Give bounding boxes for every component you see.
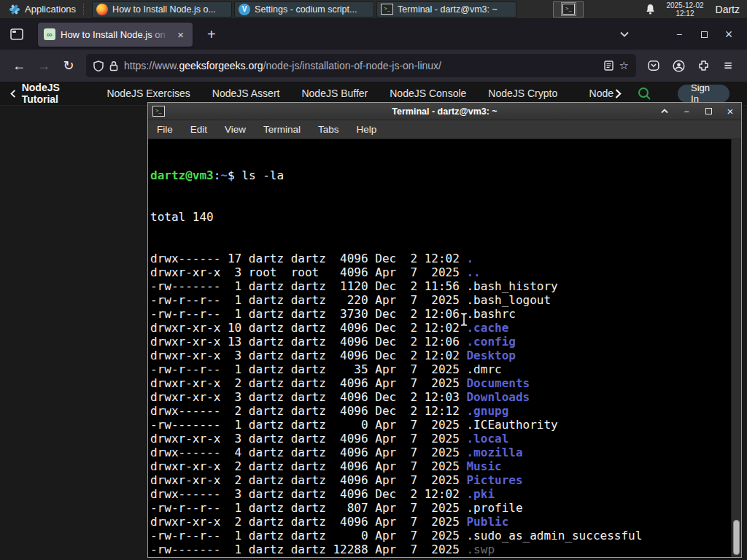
ls-row: drwx------ 4 dartz dartz 4096 Apr 7 2025… [150,446,732,459]
reader-view-icon[interactable] [604,61,614,71]
ls-file-name: .dmrc [466,362,501,376]
ls-row: drwx------ 17 dartz dartz 4096 Dec 2 12:… [150,252,732,265]
terminal-maximize-button[interactable] [703,106,713,117]
applications-menu-button[interactable]: Applications [4,1,80,18]
reload-button[interactable]: ↻ [57,54,80,77]
ls-row: drwxr-xr-x 13 dartz dartz 4096 Dec 2 12:… [150,335,732,349]
ls-row: -rw------- 1 dartz dartz 1120 Dec 2 11:5… [150,279,732,293]
user-menu[interactable]: Dartz [716,4,740,15]
site-nav-link[interactable]: NodeJS Exercises [107,88,190,99]
ls-dir-name: Templates [466,556,530,557]
prompt-line: dartz@vm3:~$ ls -la [150,168,732,182]
back-button[interactable]: ← [7,54,31,77]
ls-row: drwxr-xr-x 2 dartz dartz 4096 Apr 7 2025… [150,473,732,487]
terminal-minimize-button[interactable]: − [681,106,692,117]
desktop: Applications How to Install Node.js o...… [0,0,747,560]
ls-dir-name: Music [466,459,501,473]
account-icon[interactable] [667,54,690,77]
terminal-listing: drwx------ 17 dartz dartz 4096 Dec 2 12:… [150,252,732,557]
terminal-scrollbar[interactable] [731,139,741,557]
ls-dir-name: .mozilla [466,446,522,459]
terminal-scrollbar-thumb[interactable] [733,520,740,555]
url-bar[interactable]: https://www.geeksforgeeks.org/node-js/in… [86,54,636,77]
notification-bell-icon[interactable] [645,4,656,15]
menu-file[interactable]: File [157,124,173,135]
url-domain: geeksforgeeks.org [179,60,263,71]
lock-icon[interactable] [109,61,118,71]
ls-row: drwxr-xr-x 3 dartz dartz 4096 Dec 2 12:0… [150,349,732,362]
menu-hamburger-icon[interactable]: ≡ [716,54,740,77]
terminal-icon: >_ [562,4,575,15]
firefox-tab-bar: ∞ How to Install Node.js on × + − × [0,19,747,50]
applications-icon [9,4,20,15]
url-scheme: https://www. [124,60,179,71]
ls-row: -rw-r--r-- 1 dartz dartz 807 Apr 7 2025 … [150,501,732,515]
ls-dir-name: .pki [466,487,495,501]
new-tab-button[interactable]: + [201,26,222,43]
ls-dir-name: .. [466,265,480,279]
site-nav-link[interactable]: NodeJS Buffer [301,88,368,99]
forward-button[interactable]: → [32,54,55,77]
firefox-icon [96,4,108,15]
ls-row: drwxr-xr-x 3 dartz dartz 4096 Apr 7 2025… [150,432,732,446]
ls-file-name: .ICEauthority [466,418,557,432]
terminal-icon: >_ [381,4,393,15]
tab-bar-controls: − × [613,23,741,45]
ls-row: drwxr-xr-x 2 dartz dartz 4096 Apr 7 2025… [150,376,732,390]
url-text: https://www.geeksforgeeks.org/node-js/in… [124,60,598,71]
sign-in-button[interactable]: Sign In [678,85,729,103]
tab-close-icon[interactable]: × [174,28,187,42]
pocket-icon[interactable] [642,54,665,77]
taskbar-button-codium[interactable]: V Settings - codium script... [234,1,374,18]
ls-dir-name: .cache [466,321,508,335]
firefox-toolbar: ← → ↻ https://www.geeksforgeeks.org/node… [0,50,747,82]
site-search-icon[interactable] [638,87,651,101]
total-line: total 140 [150,210,732,224]
browser-maximize-button[interactable] [692,23,716,45]
ls-dir-name: .config [466,335,515,349]
bookmark-star-icon[interactable]: ☆ [619,59,629,72]
mouse-cursor-ibeam [460,313,468,326]
browser-minimize-button[interactable]: − [667,23,692,45]
ls-dir-name: .gnupg [466,404,508,418]
browser-tab-active[interactable]: ∞ How to Install Node.js on × [38,23,193,47]
firefox-view-button[interactable] [6,23,28,45]
ls-file-name: .bashrc [466,307,515,321]
site-nav-primary[interactable]: NodeJS Tutorial [10,82,88,105]
menu-edit[interactable]: Edit [190,124,207,135]
site-nav-link[interactable]: NodeJS Assert [212,88,280,99]
ls-row: -rw------- 1 dartz dartz 0 Apr 7 2025 .I… [150,418,732,432]
ls-file-name: .sudo_as_admin_successful [466,529,642,542]
ls-file-name: .bash_logout [466,293,551,307]
ls-row: drwx------ 3 dartz dartz 4096 Dec 2 12:0… [150,487,732,501]
site-nav-link[interactable]: NodeJS Console [390,88,466,99]
shield-icon[interactable] [93,61,104,71]
taskbar-label: Terminal - dartz@vm3: ~ [398,4,498,15]
terminal-shade-button[interactable] [659,106,670,117]
ls-row: drwxr-xr-x 3 dartz dartz 4096 Dec 2 12:0… [150,390,732,404]
terminal-window-controls: − × [659,106,737,117]
ls-row: drwxr-xr-x 3 root root 4096 Apr 7 2025 .… [150,265,732,279]
menu-terminal[interactable]: Terminal [263,124,301,135]
taskbar-button-terminal[interactable]: >_ Terminal - dartz@vm3: ~ [376,1,516,18]
terminal-close-button[interactable]: × [725,106,735,117]
chevron-left-icon [10,89,16,98]
terminal-content[interactable]: dartz@vm3:~$ ls -la total 140 drwx------… [148,139,741,557]
terminal-titlebar[interactable]: >_ Terminal - dartz@vm3: ~ − × [148,103,741,120]
ls-dir-name: .local [466,432,508,446]
browser-close-button[interactable]: × [716,23,741,45]
workspace-switcher[interactable]: >_ [553,1,584,18]
site-nav-more[interactable]: Node [589,88,622,99]
list-all-tabs-chevron-icon[interactable] [613,28,636,40]
applications-label: Applications [25,4,76,15]
gfg-favicon: ∞ [44,28,55,40]
menu-view[interactable]: View [225,124,246,135]
clock[interactable]: 2025-12-02 12:12 [666,1,703,18]
taskbar-button-firefox[interactable]: How to Install Node.js o... [92,1,232,18]
menu-tabs[interactable]: Tabs [318,124,339,135]
taskbar-label: Settings - codium script... [255,4,357,15]
taskbar-label: How to Install Node.js o... [112,4,216,15]
site-nav-link[interactable]: NodeJS Crypto [488,88,557,99]
menu-help[interactable]: Help [357,124,377,135]
extensions-icon[interactable] [692,54,715,77]
